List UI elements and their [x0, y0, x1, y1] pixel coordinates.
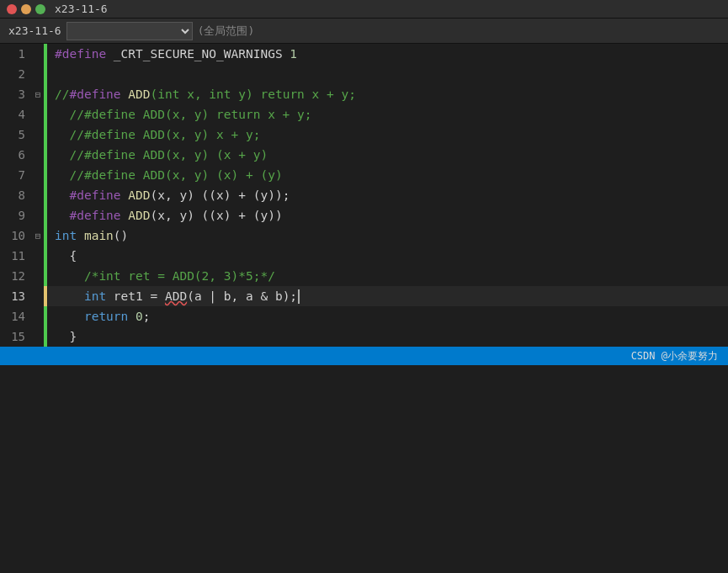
status-bar: CSDN @小余要努力 [0, 347, 728, 365]
fold-indicator [32, 64, 44, 84]
line-row: 4 //#define ADD(x, y) return x + y; [0, 104, 728, 125]
fold-indicator [32, 125, 44, 145]
code-token: main [84, 225, 114, 246]
line-number: 2 [0, 64, 32, 84]
code-token: (x, y) ((x) + (y)) [151, 205, 283, 225]
line-number: 8 [0, 185, 32, 205]
code-content[interactable]: int main() [48, 225, 728, 246]
code-content[interactable]: /*int ret = ADD(2, 3)*5;*/ [48, 266, 728, 286]
code-content[interactable]: //#define ADD(x, y) x + y; [48, 125, 728, 145]
fold-indicator [32, 104, 44, 125]
fold-indicator [32, 145, 44, 165]
code-token: 1 [290, 44, 297, 64]
line-number: 5 [0, 125, 32, 145]
close-btn[interactable] [7, 4, 17, 14]
title-filename: x23-11-6 [55, 3, 108, 15]
code-token: //#define ADD(x, y) return x + y; [55, 104, 312, 125]
fold-indicator [32, 185, 44, 205]
line-number: 14 [0, 306, 32, 326]
line-number: 12 [0, 266, 32, 286]
code-content[interactable]: //#define ADD(x, y) return x + y; [48, 104, 728, 125]
code-content[interactable]: int ret1 = ADD(a | b, a & b); [48, 286, 728, 306]
code-token: (a | b, a & b); [187, 286, 297, 306]
line-row: 6 //#define ADD(x, y) (x + y) [0, 145, 728, 165]
line-number: 15 [0, 326, 32, 347]
code-token: (x, y) ((x) + (y)); [151, 185, 290, 205]
code-token: /*int ret = ADD(2, 3)*5;*/ [55, 266, 275, 286]
code-token: (int x, int y) return x + y; [151, 84, 356, 104]
fold-indicator [32, 286, 44, 306]
code-token: //#define ADD(x, y) x + y; [55, 125, 260, 145]
code-token: int [55, 286, 114, 306]
fold-indicator [32, 205, 44, 225]
code-content[interactable]: //#define ADD(int x, int y) return x + y… [48, 84, 728, 104]
line-row: 3⊟//#define ADD(int x, int y) return x +… [0, 84, 728, 104]
line-row: 5 //#define ADD(x, y) x + y; [0, 125, 728, 145]
code-token: { [55, 246, 77, 266]
line-row: 15 } [0, 326, 728, 347]
line-number: 7 [0, 165, 32, 185]
line-number: 11 [0, 246, 32, 266]
code-token: 0 [136, 306, 143, 326]
code-token: _CRT_SECURE_NO_WARNINGS [114, 44, 290, 64]
code-token: } [55, 326, 77, 347]
scope-label: (全局范围) [198, 24, 255, 39]
line-row: 9 #define ADD(x, y) ((x) + (y)) [0, 205, 728, 225]
code-content[interactable]: } [48, 326, 728, 347]
line-row: 7 //#define ADD(x, y) (x) + (y) [0, 165, 728, 185]
min-btn[interactable] [21, 4, 31, 14]
line-row: 1#define _CRT_SECURE_NO_WARNINGS 1 [0, 44, 728, 64]
code-content[interactable]: #define ADD(x, y) ((x) + (y)) [48, 205, 728, 225]
toolbar: x23-11-6 (全局范围) [0, 19, 728, 44]
scope-dropdown[interactable] [66, 22, 193, 40]
code-token: #define [55, 44, 114, 64]
code-token: // [55, 84, 69, 104]
fold-indicator [32, 44, 44, 64]
line-row: 10⊟int main() [0, 225, 728, 246]
code-content[interactable]: #define _CRT_SECURE_NO_WARNINGS 1 [48, 44, 728, 64]
fold-indicator[interactable]: ⊟ [32, 84, 44, 104]
fold-indicator [32, 165, 44, 185]
editor-container: 1#define _CRT_SECURE_NO_WARNINGS 123⊟//#… [0, 44, 728, 347]
code-token: ADD [128, 205, 150, 225]
code-token: ADD [165, 286, 187, 306]
code-content[interactable]: //#define ADD(x, y) (x) + (y) [48, 165, 728, 185]
line-row: 14 return 0; [0, 306, 728, 326]
code-token: ; [143, 306, 151, 326]
watermark: CSDN @小余要努力 [631, 349, 718, 363]
fold-indicator [32, 246, 44, 266]
title-bar: x23-11-6 [0, 0, 728, 19]
code-token: ret1 = [114, 286, 165, 306]
code-content[interactable]: return 0; [48, 306, 728, 326]
line-number: 3 [0, 84, 32, 104]
fold-indicator [32, 306, 44, 326]
toolbar-filename: x23-11-6 [8, 24, 61, 37]
max-btn[interactable] [35, 4, 45, 14]
line-number: 1 [0, 44, 32, 64]
code-content[interactable] [48, 64, 728, 84]
code-token: return [55, 306, 136, 326]
code-content[interactable]: //#define ADD(x, y) (x + y) [48, 145, 728, 165]
line-row: 8 #define ADD(x, y) ((x) + (y)); [0, 185, 728, 205]
line-row: 11 { [0, 246, 728, 266]
line-number: 10 [0, 225, 32, 246]
code-token: ADD [128, 185, 150, 205]
code-content[interactable]: #define ADD(x, y) ((x) + (y)); [48, 185, 728, 205]
line-number: 4 [0, 104, 32, 125]
line-row: 2 [0, 64, 728, 84]
line-number: 6 [0, 145, 32, 165]
code-token: ADD [128, 84, 150, 104]
fold-indicator[interactable]: ⊟ [32, 225, 44, 246]
code-token: //#define ADD(x, y) (x + y) [55, 145, 268, 165]
line-number: 13 [0, 286, 32, 306]
line-row: 12 /*int ret = ADD(2, 3)*5;*/ [0, 266, 728, 286]
code-content[interactable]: { [48, 246, 728, 266]
fold-indicator [32, 326, 44, 347]
line-number: 9 [0, 205, 32, 225]
line-row: 13 int ret1 = ADD(a | b, a & b); [0, 286, 728, 306]
code-token: //#define ADD(x, y) (x) + (y) [55, 165, 283, 185]
code-token: #define [69, 84, 128, 104]
code-token: #define [55, 185, 128, 205]
text-cursor [298, 289, 300, 304]
fold-indicator [32, 266, 44, 286]
